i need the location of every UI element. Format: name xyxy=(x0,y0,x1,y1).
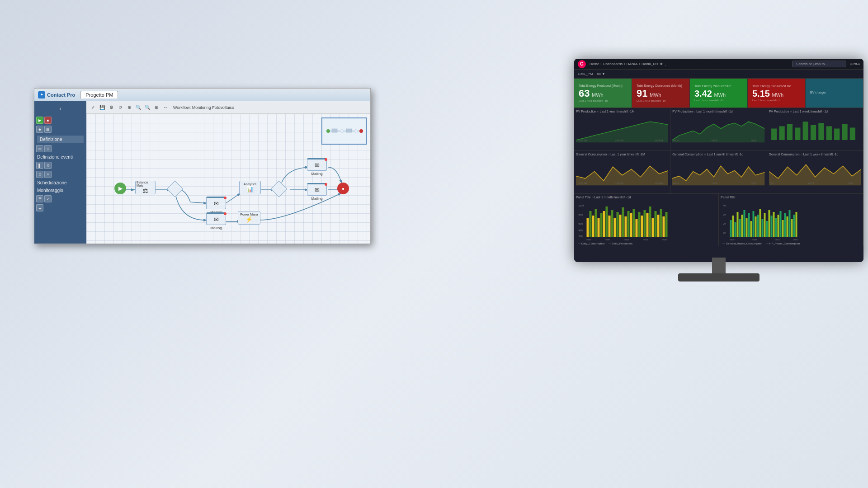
svg-rect-54 xyxy=(598,218,600,237)
workflow-toolbar: ✓ 💾 ⚙ ↺ ⊕ 🔍 🔍 ⊞ ↔ Workflow: Monitoring F… xyxy=(86,101,370,114)
svg-rect-116 xyxy=(791,219,793,237)
svg-rect-117 xyxy=(793,215,795,237)
minimap-svg xyxy=(324,120,364,142)
all-filter[interactable]: All ▼ xyxy=(597,72,605,76)
svg-text:05/13: 05/13 xyxy=(775,239,780,240)
toolbar-export[interactable]: ↔ xyxy=(161,103,170,112)
icon-cloud[interactable]: ☁ xyxy=(36,204,43,211)
svg-rect-30 xyxy=(811,125,816,140)
svg-text:60%: 60% xyxy=(579,222,584,225)
node-diamond2[interactable] xyxy=(273,183,285,195)
toolbar-check[interactable]: ✓ xyxy=(89,103,97,112)
svg-rect-94 xyxy=(741,215,743,237)
breadcrumb-home[interactable]: Home xyxy=(590,62,599,66)
svg-rect-31 xyxy=(818,123,824,140)
sidebar-item-definizione-eventi[interactable]: Definizione eventi xyxy=(34,153,86,161)
svg-rect-77 xyxy=(660,209,662,237)
node-start[interactable]: ▶ xyxy=(114,183,126,194)
node-analytics[interactable]: Analytics 📊 xyxy=(239,181,261,194)
icon-settings-2[interactable]: ⚙ xyxy=(44,162,52,169)
svg-rect-113 xyxy=(784,213,786,237)
svg-rect-62 xyxy=(619,215,622,237)
svg-text:04/13: 04/13 xyxy=(625,239,630,240)
svg-rect-65 xyxy=(627,211,630,237)
pv-chart-month-svg: 04/29 05/09 05/26 xyxy=(672,114,764,143)
svg-text:04/01: 04/01 xyxy=(587,239,592,240)
pv-chart-year-title: PV Production ○ Last 1 year timeshift -1… xyxy=(576,110,668,113)
icon-table[interactable]: ▦ xyxy=(44,126,52,133)
toolbar-zoom-out[interactable]: 🔍 xyxy=(143,103,151,112)
svg-rect-69 xyxy=(638,212,641,237)
toolbar-settings[interactable]: ⚙ xyxy=(107,103,115,112)
pv-chart-week-title: PV Production ○ Last 1 week timeshift -1… xyxy=(769,110,861,113)
svg-rect-25 xyxy=(771,129,777,141)
svg-rect-92 xyxy=(737,212,739,237)
svg-text:05/06: 05/06 xyxy=(753,239,758,240)
icon-diamond[interactable]: ◆ xyxy=(36,126,43,133)
tab-progetto[interactable]: Progetto PM xyxy=(80,91,118,99)
consumption-chart-week-svg: 05/21 05/23 05/25 xyxy=(769,157,861,186)
toolbar-fit[interactable]: ⊞ xyxy=(152,103,160,112)
svg-rect-66 xyxy=(630,213,632,237)
icon-bar-chart[interactable]: ▌ xyxy=(36,162,43,169)
svg-rect-105 xyxy=(766,221,768,237)
icon-mail[interactable]: ✉ xyxy=(36,145,43,152)
icon-list[interactable]: ≡ xyxy=(44,171,52,178)
icon-row-1: ▶ ■ xyxy=(34,116,86,125)
svg-rect-110 xyxy=(778,215,779,237)
metric-value-0: 63 xyxy=(579,88,590,99)
app-name: Contact Pro xyxy=(47,92,75,98)
svg-rect-78 xyxy=(663,216,665,237)
svg-rect-29 xyxy=(802,122,808,140)
breadcrumb-hania[interactable]: HANIA xyxy=(627,62,637,66)
icon-play[interactable]: ▶ xyxy=(36,117,43,124)
svg-line-3 xyxy=(226,193,241,203)
icon-monitor[interactable]: ☰ xyxy=(36,195,43,202)
metric-consumed-re: Total Energy Consumed Re 5.15 MWh Last 1… xyxy=(748,79,806,108)
toolbar-save[interactable]: 💾 xyxy=(98,103,106,112)
stand-neck xyxy=(712,258,726,273)
svg-rect-111 xyxy=(780,211,782,237)
node-mailing2[interactable]: ✉ Mailing xyxy=(307,158,327,176)
sidebar-item-schedulazione[interactable]: Schedulazione xyxy=(34,179,86,187)
dashboard-search[interactable]: Search or jump to... xyxy=(792,61,846,67)
node-mailing1[interactable]: ✉ Mailing xyxy=(206,197,226,214)
svg-rect-106 xyxy=(769,210,770,237)
node-power[interactable]: Power Mana ⚡ xyxy=(238,211,260,225)
svg-rect-112 xyxy=(782,220,784,237)
toolbar-zoom-in[interactable]: 🔍 xyxy=(134,103,142,112)
consumption-chart-month-svg: 04/29 05/09 05/26 xyxy=(672,157,764,186)
svg-rect-99 xyxy=(753,211,755,237)
node-balance[interactable]: Balance Mais ⚖ xyxy=(135,181,156,194)
icon-grid[interactable]: ⊞ xyxy=(44,145,52,152)
svg-rect-79 xyxy=(665,212,668,237)
toolbar-refresh[interactable]: ↺ xyxy=(116,103,124,112)
grafana-logo: G xyxy=(578,60,586,68)
monitor-wrapper: G Home › Dashboards › HANIA › Hania_DR ★… xyxy=(561,59,868,285)
svg-rect-35 xyxy=(849,127,855,140)
svg-text:05/09: 05/09 xyxy=(712,139,717,142)
breadcrumb-dashboards[interactable]: Dashboards xyxy=(603,62,623,66)
filter-label[interactable]: GML_PM xyxy=(578,72,593,76)
bottom-chart-1-svg: 100% 80% 60% 40% 20% xyxy=(576,200,717,240)
node-diamond1[interactable] xyxy=(169,183,181,195)
svg-text:2024-04: 2024-04 xyxy=(655,182,663,185)
metric-time-0: Last 1 hour timeshift -1h xyxy=(579,99,608,102)
node-mailing4[interactable]: ✉ Mailing xyxy=(206,212,226,230)
icon-gear[interactable]: ⚙ xyxy=(36,171,43,178)
app-logo-icon: ✦ xyxy=(38,91,45,99)
consumption-chart-week: General Consumption ○ Last 1 week timesh… xyxy=(767,151,863,193)
nav-back-arrow[interactable]: ‹ xyxy=(59,105,61,112)
node-mailing3[interactable]: ✉ Mailing xyxy=(307,183,327,201)
sidebar-item-monitoraggio[interactable]: Monitoraggio xyxy=(34,187,86,194)
workflow-minimap xyxy=(321,117,367,145)
node-end[interactable]: ● xyxy=(337,183,349,194)
toolbar-add[interactable]: ⊕ xyxy=(125,103,133,112)
breadcrumb-hania-dr[interactable]: Hania_DR xyxy=(642,62,658,66)
svg-marker-12 xyxy=(354,129,358,133)
svg-text:20: 20 xyxy=(723,222,726,225)
icon-check[interactable]: ✓ xyxy=(44,195,52,202)
metric-total-produced-month: Total Energy Produced (Month) 63 MWh Las… xyxy=(574,79,632,108)
sidebar-item-definizione[interactable]: Definizione xyxy=(37,136,84,143)
icon-stop[interactable]: ■ xyxy=(44,117,52,124)
